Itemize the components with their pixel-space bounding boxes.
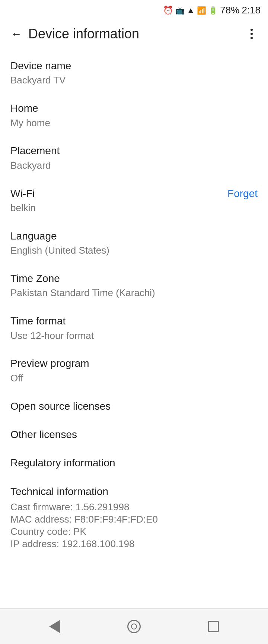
other-licenses-label: Other licenses [10, 428, 77, 441]
open-source-licenses-item[interactable]: Open source licenses [0, 392, 268, 421]
ip-address: IP address: 192.168.100.198 [10, 538, 158, 550]
page-title: Device information [28, 26, 243, 42]
back-arrow-icon: ← [11, 28, 22, 40]
open-source-licenses-label: Open source licenses [10, 400, 111, 413]
wifi-forget-button[interactable]: Forget [227, 187, 258, 200]
placement-value: Backyard [10, 159, 60, 172]
placement-label: Placement [10, 144, 60, 158]
wifi-label: Wi-Fi [10, 187, 36, 200]
language-label: Language [10, 229, 109, 243]
time-format-label: Time format [10, 314, 94, 328]
preview-program-value: Off [10, 372, 89, 385]
device-name-label: Device name [10, 59, 71, 73]
signal-icon: 📶 [197, 6, 206, 15]
wifi-icon: ▲ [187, 6, 195, 15]
timezone-item[interactable]: Time Zone Pakistan Standard Time (Karach… [0, 264, 268, 307]
regulatory-information-label: Regulatory information [10, 456, 115, 470]
wifi-value: belkin [10, 202, 36, 215]
timezone-value: Pakistan Standard Time (Karachi) [10, 287, 155, 299]
nav-home-button[interactable] [119, 612, 149, 641]
status-bar: ⏰ 📺 ▲ 📶 🔋 78% 2:18 [0, 0, 268, 19]
settings-list: Device name Backyard TV Home My home Pla… [0, 49, 268, 608]
timezone-label: Time Zone [10, 272, 155, 285]
tech-info-lines: Cast firmware: 1.56.291998 MAC address: … [10, 501, 158, 550]
technical-information-label: Technical information [10, 485, 158, 498]
app-bar: ← Device information [0, 19, 268, 49]
navigation-bar [0, 608, 268, 644]
battery-icon: 🔋 [208, 6, 218, 15]
status-icons: ⏰ 📺 ▲ 📶 🔋 78% 2:18 [163, 4, 261, 16]
device-name-value: Backyard TV [10, 74, 71, 87]
home-label: Home [10, 102, 50, 115]
home-value: My home [10, 117, 50, 130]
status-time: 2:18 [242, 4, 261, 16]
cast-icon: 📺 [175, 6, 185, 15]
country-code: Country code: PK [10, 526, 158, 537]
more-dots-icon [251, 29, 253, 39]
nav-home-icon [127, 620, 141, 633]
placement-item[interactable]: Placement Backyard [0, 137, 268, 179]
technical-information-item[interactable]: Technical information Cast firmware: 1.5… [0, 478, 268, 557]
device-name-item[interactable]: Device name Backyard TV [0, 52, 268, 94]
regulatory-information-item[interactable]: Regulatory information [0, 449, 268, 477]
preview-program-item[interactable]: Preview program Off [0, 349, 268, 392]
home-item[interactable]: Home My home [0, 94, 268, 137]
language-value: English (United States) [10, 244, 109, 257]
nav-back-icon [49, 620, 60, 633]
nav-recents-icon [208, 621, 219, 632]
time-format-item[interactable]: Time format Use 12-hour format [0, 307, 268, 349]
preview-program-label: Preview program [10, 357, 89, 370]
time-format-value: Use 12-hour format [10, 330, 94, 342]
back-button[interactable]: ← [7, 25, 25, 43]
more-options-button[interactable] [243, 25, 261, 43]
nav-recents-button[interactable] [198, 612, 228, 641]
alarm-icon: ⏰ [163, 6, 173, 15]
battery-percent: 78% [220, 4, 239, 16]
nav-back-button[interactable] [40, 612, 70, 641]
language-item[interactable]: Language English (United States) [0, 222, 268, 264]
other-licenses-item[interactable]: Other licenses [0, 421, 268, 449]
wifi-item[interactable]: Wi-Fi belkin Forget [0, 180, 268, 222]
mac-address: MAC address: F8:0F:F9:4F:FD:E0 [10, 514, 158, 525]
cast-firmware: Cast firmware: 1.56.291998 [10, 501, 158, 513]
